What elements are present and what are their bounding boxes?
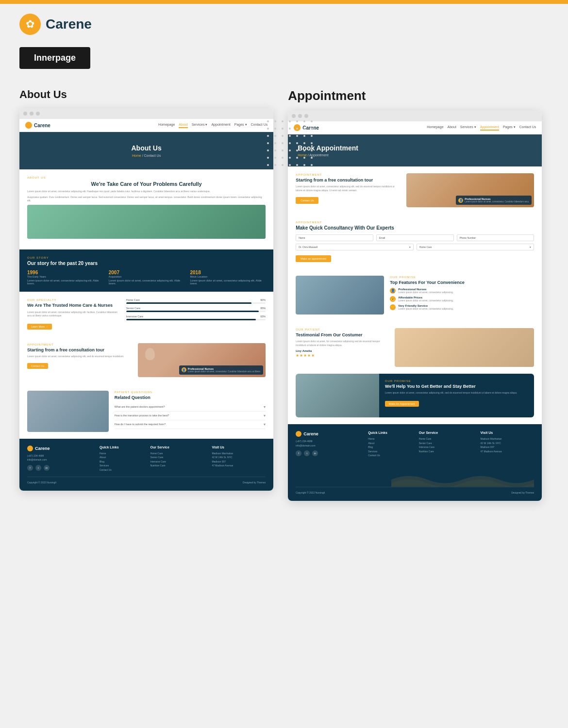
social-twitter-icon[interactable]: t <box>35 465 41 471</box>
logo-text: Carene <box>46 17 92 32</box>
social-instagram-icon[interactable]: in <box>44 465 50 471</box>
progress-intensive-label: Intensive Care93% <box>126 315 266 318</box>
appt-footer-visit-2: 42 W 14th St. NYC <box>481 441 535 446</box>
footer-logo: Carene <box>27 446 92 451</box>
nav-link-contact[interactable]: Contact Us <box>251 123 268 128</box>
footer-link-blog[interactable]: Blog <box>100 460 143 464</box>
appt-nav-appointment[interactable]: Appointment <box>480 125 499 131</box>
footer-link-services[interactable]: Services <box>100 463 143 468</box>
footer-service-4[interactable]: Nutrition Care <box>150 463 204 468</box>
progress-seniorcare: Senior Care95% <box>126 307 266 312</box>
about-footer: Carene (+67) 234-4688 info@domain.com f … <box>19 439 273 491</box>
form-select-therapist[interactable]: Dr. Chris Maxwell ▾ <box>296 244 414 250</box>
contact-us-button[interactable]: Contact Us <box>27 363 48 369</box>
getbetter-image <box>296 374 379 417</box>
about-consultation-section: APPOINTMENT Starting from a free consult… <box>19 336 273 384</box>
appt-footer-link-contact[interactable]: Contact Us <box>368 453 411 458</box>
appt-footer-service-1[interactable]: Home Care <box>419 437 473 441</box>
nav-link-appointment[interactable]: Appointment <box>211 123 230 128</box>
appt-footer-logo: Carene <box>296 431 360 437</box>
appt-contact-button[interactable]: Contact Us <box>296 197 318 204</box>
testimonial-label: OUR PATIENT <box>296 328 389 331</box>
testimonial-heading: Testimonial From Our Costumer <box>296 332 389 337</box>
appt-nav-contact[interactable]: Contact Us <box>519 125 536 131</box>
make-appointment-button[interactable]: Make an appointment <box>296 255 331 262</box>
appt-social-facebook-icon[interactable]: f <box>296 450 301 456</box>
about-body-2: Auspicatus quidam. Duis condimentum. Don… <box>27 196 266 203</box>
footer-phone: (+67) 234-4688 <box>27 454 92 458</box>
footer-visit-title: Visit Us <box>212 446 266 449</box>
feature-nurses-desc: Lorem ipsum dolor sit amet, consectetur … <box>398 291 453 294</box>
getbetter-heading: We'll Help You to Get Better and Stay Be… <box>385 384 528 389</box>
faq-item-1[interactable]: What are the patient doctors appointment… <box>115 403 266 412</box>
select-therapist-chevron: ▾ <box>409 246 411 248</box>
appt-footer-link-about[interactable]: About <box>368 441 411 446</box>
nav-link-about[interactable]: About <box>179 123 187 128</box>
year-2018: 2018 Move Location Lorem ipsum dolor sit… <box>190 270 266 285</box>
appt-nav-homepage[interactable]: Homepage <box>427 125 443 131</box>
browser-bar-left <box>19 108 273 119</box>
browser-dot-1 <box>23 112 27 116</box>
about-us-title: About Us <box>19 88 273 101</box>
year-2018-label: Move Location <box>190 275 266 278</box>
appt-footer-service-4[interactable]: Nutrition Care <box>419 449 473 454</box>
appt-footer-service-3[interactable]: Intensive Care <box>419 445 473 449</box>
form-input-phone[interactable]: Phone Number <box>457 234 535 241</box>
header: ✿ Carene <box>19 14 549 35</box>
make-appointment-btn-2[interactable]: Make An Appointment <box>385 401 419 407</box>
select-therapist-value: Dr. Chris Maxwell <box>299 246 317 248</box>
footer-link-contact[interactable]: Contact Us <box>100 468 143 472</box>
form-input-email[interactable]: Email <box>376 234 454 241</box>
year-1996-text: Lorem ipsum dolor sit amet, consectetur … <box>27 279 103 285</box>
nav-link-services[interactable]: Services ▾ <box>192 123 208 128</box>
appt-footer-visit-1: Madison Manhattan <box>481 437 535 441</box>
browser-dot-3 <box>36 112 40 116</box>
story-label: OUR STORY <box>27 256 266 259</box>
learn-more-button[interactable]: Learn More → <box>27 324 52 330</box>
top-bar <box>0 0 568 4</box>
nurses-badge-icon: 👤 <box>182 367 186 372</box>
form-label: APPOINTMENT <box>296 221 534 224</box>
appt-social-instagram-icon[interactable]: in <box>312 450 318 456</box>
appt-social-twitter-icon[interactable]: t <box>304 450 310 456</box>
form-input-name[interactable]: Name <box>296 234 373 241</box>
appt-consult-left: APPOINTMENT Starting from a free consult… <box>296 173 401 207</box>
footer-wave-decoration <box>296 463 534 487</box>
select-care-chevron: ▾ <box>530 246 531 248</box>
faq-toggle-2[interactable]: ▾ <box>264 414 266 418</box>
social-facebook-icon[interactable]: f <box>27 465 33 471</box>
faq-toggle-1[interactable]: ▾ <box>264 405 266 409</box>
faq-item-3[interactable]: How do I have to submit the required for… <box>115 420 266 429</box>
progress-intensive-fill <box>126 319 256 320</box>
faq-toggle-3[interactable]: ▾ <box>264 422 266 427</box>
form-select-care[interactable]: Home Care ▾ <box>417 244 535 250</box>
appt-footer-social: f t in <box>296 450 360 456</box>
appt-footer-link-blog[interactable]: Blog <box>368 445 411 449</box>
footer-visit-2: 42 W 14th St. NYC <box>212 455 266 460</box>
appt-footer-designed-by: Designed by Themes <box>511 491 534 494</box>
footer-service-3[interactable]: Intensive Care <box>150 460 204 464</box>
appt-consult-heading: Starting from a free consultation tour <box>296 178 401 182</box>
feature-prices: 💰 Affordable Prices Lorem ipsum dolor si… <box>390 296 534 302</box>
appt-footer-service-2[interactable]: Senior Care <box>419 441 473 446</box>
nav-link-pages[interactable]: Pages ▾ <box>234 123 247 128</box>
appointment-title: Appointment <box>288 88 542 103</box>
appt-mockup-nav: Carene Homepage About Services ▾ Appoint… <box>288 121 542 134</box>
appt-footer-link-services[interactable]: Services <box>368 449 411 454</box>
nav-link-homepage[interactable]: Homepage <box>158 123 175 128</box>
appt-footer: Carene (+67) 234-4688 info@domain.com f … <box>288 424 542 501</box>
faq-item-2[interactable]: How is the transition process to take th… <box>115 412 266 420</box>
footer-visit-4: 47 Madison Avenue <box>212 463 266 468</box>
appt-nav-pages[interactable]: Pages ▾ <box>503 125 516 131</box>
testimonial-left: OUR PATIENT Testimonial From Our Costume… <box>296 328 389 367</box>
appt-footer-link-home[interactable]: Home <box>368 437 411 441</box>
year-2007-value: 2007 <box>109 270 184 275</box>
features-image <box>296 276 384 314</box>
footer-service-1[interactable]: Home Care <box>150 451 204 456</box>
footer-link-about[interactable]: About <box>100 455 143 460</box>
appt-nav-services[interactable]: Services ▾ <box>460 125 476 131</box>
appt-nav-about[interactable]: About <box>448 125 456 131</box>
footer-link-home[interactable]: Home <box>100 451 143 456</box>
faq-section: PATIENT QUESTIONS Related Question What … <box>19 384 273 439</box>
footer-service-2[interactable]: Senior Care <box>150 455 204 460</box>
